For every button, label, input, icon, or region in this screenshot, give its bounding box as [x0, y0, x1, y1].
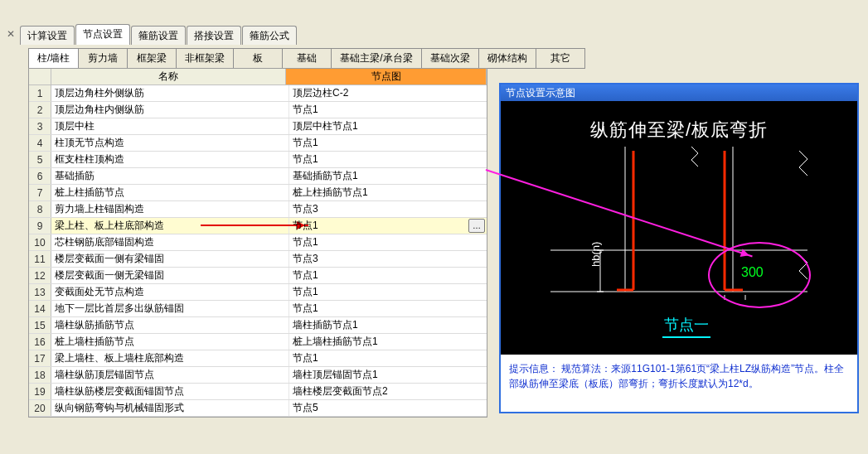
table-row[interactable]: 15墙柱纵筋插筋节点墙柱插筋节点1: [29, 317, 487, 334]
row-number: 9: [29, 218, 51, 234]
table-row[interactable]: 9梁上柱、板上柱底部构造节点1…: [29, 218, 487, 234]
table-row[interactable]: 20纵向钢筋弯钩与机械锚固形式节点5: [29, 400, 487, 417]
table-row[interactable]: 7桩上柱插筋节点桩上柱插筋节点1: [29, 185, 487, 201]
inner-tab-nonframebeam[interactable]: 非框架梁: [177, 48, 234, 69]
table-row[interactable]: 14地下一层比首层多出纵筋锚固节点1: [29, 301, 487, 317]
row-name: 柱顶无节点构造: [51, 135, 289, 151]
row-node[interactable]: 桩上柱插筋节点1: [289, 185, 487, 200]
node-table: 名称 节点图 1顶层边角柱外侧纵筋顶层边柱C-22顶层边角柱内侧纵筋节点13顶层…: [28, 68, 487, 418]
table-row[interactable]: 11楼层变截面一侧有梁锚固节点3: [29, 251, 487, 268]
row-node[interactable]: 顶层中柱节点1: [289, 118, 487, 134]
tab-calc-settings[interactable]: 计算设置: [20, 26, 75, 45]
row-node[interactable]: 节点3: [289, 201, 487, 217]
row-number: 14: [29, 301, 51, 316]
col-header-name[interactable]: 名称: [51, 69, 286, 85]
row-number: 2: [29, 102, 51, 118]
table-row[interactable]: 10芯柱钢筋底部锚固构造节点1: [29, 234, 487, 251]
row-name: 框支柱柱顶构造: [51, 152, 289, 167]
row-node[interactable]: 节点1: [289, 301, 487, 316]
row-ellipsis-button[interactable]: …: [468, 219, 485, 233]
row-name: 楼层变截面一侧有梁锚固: [51, 251, 289, 267]
row-number: 1: [29, 85, 51, 101]
table-row[interactable]: 8剪力墙上柱锚固构造节点3: [29, 201, 487, 218]
row-node[interactable]: 节点1: [289, 102, 487, 118]
row-name: 墙柱纵筋顶层锚固节点: [51, 367, 289, 383]
row-name: 楼层变截面一侧无梁锚固: [51, 268, 289, 283]
row-node[interactable]: 节点1: [289, 350, 487, 366]
row-number: 17: [29, 350, 51, 366]
row-name: 顶层边角柱内侧纵筋: [51, 102, 289, 118]
table-row[interactable]: 18墙柱纵筋顶层锚固节点墙柱顶层锚固节点1: [29, 367, 487, 384]
inner-tab-foundation-secondary[interactable]: 基础次梁: [422, 48, 479, 69]
table-row[interactable]: 4柱顶无节点构造节点1: [29, 135, 487, 152]
inner-tab-foundation-main[interactable]: 基础主梁/承台梁: [332, 48, 421, 69]
inner-tab-other[interactable]: 其它: [536, 48, 585, 69]
row-number: 7: [29, 185, 51, 200]
inner-tab-shearwall[interactable]: 剪力墙: [79, 48, 128, 69]
table-row[interactable]: 16桩上墙柱插筋节点桩上墙柱插筋节点1: [29, 334, 487, 350]
row-number: 15: [29, 317, 51, 333]
row-node[interactable]: 节点1: [289, 135, 487, 151]
table-row[interactable]: 12楼层变截面一侧无梁锚固节点1: [29, 268, 487, 284]
row-name: 变截面处无节点构造: [51, 284, 289, 300]
row-node[interactable]: 墙柱楼层变截面节点2: [289, 384, 487, 399]
diagram-footer-text: 规范算法：来源11G101-1第61页“梁上柱LZ纵筋构造”节点。柱全部纵筋伸至…: [509, 363, 844, 389]
row-node[interactable]: 墙柱插筋节点1: [289, 317, 487, 333]
diagram-canvas: 纵筋伸至梁/板底弯折: [501, 101, 857, 355]
col-header-node[interactable]: 节点图: [286, 69, 487, 85]
row-name: 墙柱纵筋楼层变截面锚固节点: [51, 384, 289, 399]
row-number: 16: [29, 334, 51, 350]
row-number: 20: [29, 400, 51, 416]
diagram-dim-hbn: hb(n): [589, 242, 602, 267]
table-row[interactable]: 19墙柱纵筋楼层变截面锚固节点墙柱楼层变截面节点2: [29, 384, 487, 400]
top-tabbar: 计算设置 节点设置 箍筋设置 搭接设置 箍筋公式: [20, 27, 298, 45]
table-row[interactable]: 2顶层边角柱内侧纵筋节点1: [29, 102, 487, 118]
diagram-title: 节点设置示意图: [501, 85, 857, 101]
row-name: 剪力墙上柱锚固构造: [51, 201, 289, 217]
table-row[interactable]: 17梁上墙柱、板上墙柱底部构造节点1: [29, 350, 487, 367]
close-icon[interactable]: ✕: [5, 28, 17, 40]
tab-lap-settings[interactable]: 搭接设置: [187, 26, 241, 45]
row-name: 桩上柱插筋节点: [51, 185, 289, 200]
row-node[interactable]: 桩上墙柱插筋节点1: [289, 334, 487, 350]
table-row[interactable]: 5框支柱柱顶构造节点1: [29, 152, 487, 168]
row-node[interactable]: 墙柱顶层锚固节点1: [289, 367, 487, 383]
row-name: 地下一层比首层多出纵筋锚固: [51, 301, 289, 316]
inner-tab-framebeam[interactable]: 框架梁: [128, 48, 177, 69]
row-node[interactable]: 节点1: [289, 152, 487, 167]
table-body: 1顶层边角柱外侧纵筋顶层边柱C-22顶层边角柱内侧纵筋节点13顶层中柱顶层中柱节…: [29, 85, 487, 417]
inner-tab-foundation[interactable]: 基础: [283, 48, 332, 69]
table-row[interactable]: 6基础插筋基础插筋节点1: [29, 168, 487, 185]
row-node[interactable]: 节点1: [289, 234, 487, 250]
row-number: 8: [29, 201, 51, 217]
row-node[interactable]: 节点1…: [289, 218, 487, 234]
row-name: 桩上墙柱插筋节点: [51, 334, 289, 350]
tab-node-settings[interactable]: 节点设置: [75, 24, 130, 45]
row-name: 墙柱纵筋插筋节点: [51, 317, 289, 333]
inner-tab-slab[interactable]: 板: [234, 48, 283, 69]
row-number: 12: [29, 268, 51, 283]
row-node[interactable]: 节点1: [289, 284, 487, 300]
tab-stirrup-settings[interactable]: 箍筋设置: [131, 26, 186, 45]
row-number: 5: [29, 152, 51, 167]
row-number: 3: [29, 118, 51, 134]
table-row[interactable]: 13变截面处无节点构造节点1: [29, 284, 487, 301]
row-number: 6: [29, 168, 51, 184]
inner-tab-masonry[interactable]: 砌体结构: [479, 48, 536, 69]
diagram-footer: 提示信息： 规范算法：来源11G101-1第61页“梁上柱LZ纵筋构造”节点。柱…: [501, 355, 857, 398]
diagram-footer-label: 提示信息：: [509, 363, 559, 374]
row-number: 18: [29, 367, 51, 383]
row-node[interactable]: 基础插筋节点1: [289, 168, 487, 184]
tab-stirrup-formula[interactable]: 箍筋公式: [242, 26, 297, 45]
table-row[interactable]: 3顶层中柱顶层中柱节点1: [29, 118, 487, 135]
table-header: 名称 节点图: [29, 69, 487, 85]
row-number: 4: [29, 135, 51, 151]
row-node[interactable]: 节点5: [289, 400, 487, 416]
row-number: 11: [29, 251, 51, 267]
table-row[interactable]: 1顶层边角柱外侧纵筋顶层边柱C-2: [29, 85, 487, 102]
inner-tab-column[interactable]: 柱/墙柱: [28, 48, 79, 69]
row-node[interactable]: 节点3: [289, 251, 487, 267]
row-node[interactable]: 节点1: [289, 268, 487, 283]
col-header-num: [29, 69, 51, 85]
row-node[interactable]: 顶层边柱C-2: [289, 85, 487, 101]
